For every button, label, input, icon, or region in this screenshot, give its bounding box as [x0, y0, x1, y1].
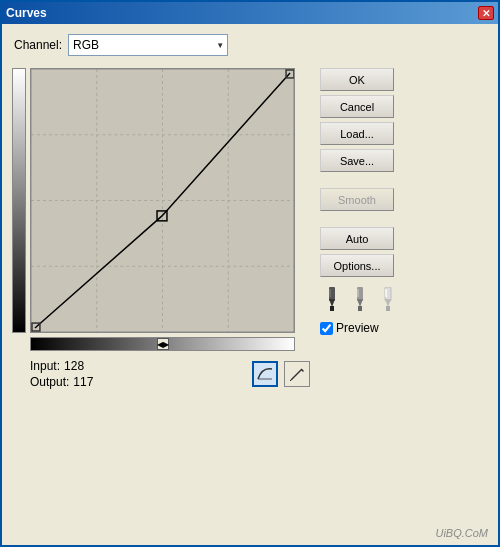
svg-rect-25	[386, 306, 390, 311]
input-value: 128	[64, 359, 84, 373]
preview-row: Preview	[320, 321, 400, 335]
input-label: Input:	[30, 359, 60, 373]
preview-checkbox[interactable]	[320, 322, 333, 335]
output-gradient	[12, 68, 26, 333]
ok-button[interactable]: OK	[320, 68, 394, 91]
pencil-tool-button[interactable]	[284, 361, 310, 387]
svg-line-14	[290, 380, 291, 381]
save-button[interactable]: Save...	[320, 149, 394, 172]
svg-rect-22	[357, 289, 359, 297]
black-eyedropper[interactable]	[320, 287, 344, 313]
svg-rect-18	[329, 289, 331, 297]
gradient-scroll[interactable]: ◀▶	[157, 338, 169, 350]
channel-select[interactable]: RGB Red Green Blue	[68, 34, 228, 56]
input-gradient: ◀▶	[30, 337, 295, 351]
curves-dialog: Curves ✕ Channel: RGB Red Green Blue	[0, 0, 500, 547]
svg-marker-20	[357, 299, 363, 307]
channel-label: Channel:	[14, 38, 62, 52]
cancel-button[interactable]: Cancel	[320, 95, 394, 118]
curves-canvas[interactable]	[30, 68, 295, 333]
smooth-button: Smooth	[320, 188, 394, 211]
svg-rect-21	[358, 306, 362, 311]
output-value: 117	[73, 375, 93, 389]
title-text: Curves	[6, 6, 47, 20]
svg-rect-17	[330, 306, 334, 311]
curve-tool-button[interactable]	[252, 361, 278, 387]
buttons-panel: OK Cancel Load... Save... Smooth Auto Op…	[320, 68, 400, 389]
watermark: UiBQ.CoM	[435, 527, 488, 539]
svg-marker-24	[385, 299, 391, 307]
preview-label: Preview	[336, 321, 379, 335]
close-button[interactable]: ✕	[478, 6, 494, 20]
options-button[interactable]: Options...	[320, 254, 394, 277]
gray-eyedropper[interactable]	[348, 287, 372, 313]
svg-rect-26	[385, 289, 387, 297]
auto-button[interactable]: Auto	[320, 227, 394, 250]
preview-checkbox-label[interactable]: Preview	[320, 321, 379, 335]
output-label: Output:	[30, 375, 69, 389]
titlebar: Curves ✕	[2, 2, 498, 24]
eyedroppers-row	[320, 287, 400, 313]
svg-marker-16	[329, 299, 335, 307]
svg-line-12	[291, 369, 302, 380]
white-eyedropper[interactable]	[376, 287, 400, 313]
load-button[interactable]: Load...	[320, 122, 394, 145]
